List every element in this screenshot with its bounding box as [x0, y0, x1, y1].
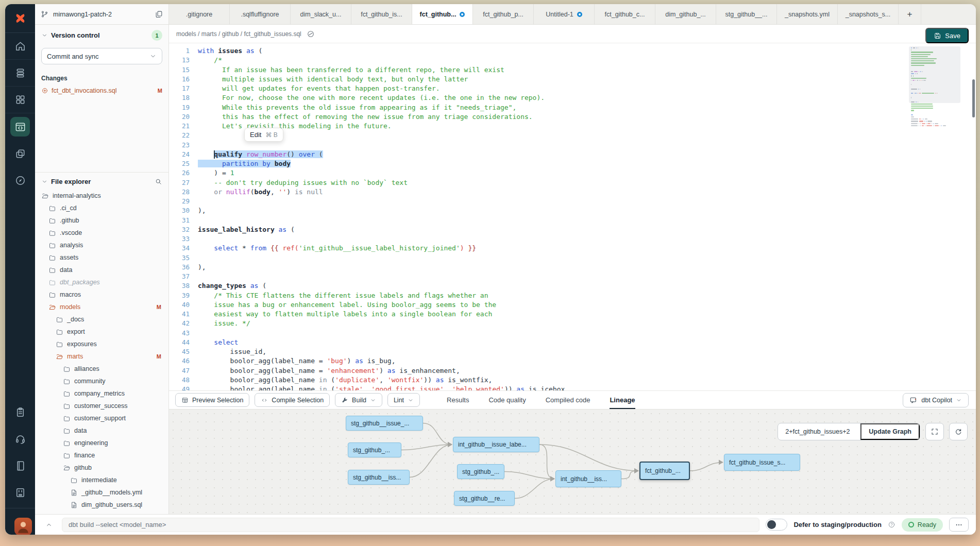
nav-stack[interactable]	[5, 60, 35, 87]
update-graph-button[interactable]: Update Graph	[860, 423, 920, 440]
collapse-command-bar-button[interactable]	[42, 518, 56, 532]
more-options-button[interactable]	[949, 518, 969, 532]
panel-tab-results[interactable]: Results	[447, 391, 469, 409]
lineage-node-n1[interactable]: stg_github__issue_...	[346, 416, 423, 431]
lint-button[interactable]: Lint	[387, 393, 420, 407]
tree-item-export[interactable]: export	[41, 326, 162, 338]
editor-scrollbar[interactable]	[972, 79, 975, 117]
tree-item-_github__models.yml[interactable]: _github__models.yml	[41, 486, 162, 499]
tree-item-marts[interactable]: martsM	[41, 350, 162, 363]
nav-code-window[interactable]	[5, 113, 35, 140]
search-icon[interactable]	[155, 178, 162, 185]
lineage-panel[interactable]: stg_github__issue_...stg_github_...stg_g…	[169, 410, 976, 514]
tree-item-analysis[interactable]: analysis	[41, 239, 162, 251]
nav-home[interactable]	[5, 33, 35, 60]
tree-item-.ci_cd[interactable]: .ci_cd	[41, 202, 162, 214]
folder-icon	[48, 266, 56, 274]
editor-tab[interactable]: stg_github__...	[716, 4, 777, 24]
editor-tab[interactable]: fct_github_p...	[473, 4, 534, 24]
chevron-down-icon[interactable]	[41, 32, 48, 39]
tree-item-.vscode[interactable]: .vscode	[41, 227, 162, 239]
tree-item-exposures[interactable]: exposures	[41, 338, 162, 350]
lineage-node-n6[interactable]: stg_github__re...	[454, 491, 515, 506]
panel-tab-compiled-code[interactable]: Compiled code	[546, 391, 590, 409]
edit-tooltip[interactable]: Edit ⌘ B	[244, 128, 283, 142]
dbt-command-input[interactable]: dbt build --select <model_name>	[62, 518, 759, 532]
tree-item-github[interactable]: github	[41, 462, 162, 474]
lineage-node-n4[interactable]: int_github__issue_labe...	[453, 437, 539, 452]
tree-item-community[interactable]: community	[41, 375, 162, 387]
preview-selection-button[interactable]: Preview Selection	[175, 393, 249, 407]
help-icon[interactable]	[888, 521, 895, 528]
nav-grid[interactable]	[5, 87, 35, 113]
code-editor[interactable]: 1with issues as (13 /*15 If an issue has…	[169, 43, 976, 390]
lineage-node-n7[interactable]: int_github__iss...	[555, 470, 621, 487]
tree-item-models[interactable]: modelsM	[41, 301, 162, 313]
editor-tab[interactable]: dim_github_...	[655, 4, 716, 24]
tree-item-.github[interactable]: .github	[41, 214, 162, 227]
lineage-selector-input[interactable]: 2+fct_github_issues+2	[778, 423, 860, 440]
tree-item-alliances[interactable]: alliances	[41, 363, 162, 375]
editor-tab[interactable]: _snapshots.yml	[777, 4, 838, 24]
tree-item-customer_success[interactable]: customer_success	[41, 400, 162, 412]
file-explorer-section: File explorer internal-analytics.ci_cd.g…	[35, 172, 168, 514]
tree-item-macros[interactable]: macros	[41, 288, 162, 301]
minimap[interactable]	[911, 47, 958, 127]
folder-open-icon	[41, 192, 49, 200]
nav-compass[interactable]	[5, 167, 35, 194]
defer-toggle[interactable]	[766, 519, 787, 531]
nav-avatar[interactable]	[5, 508, 35, 535]
tree-item-customer_support[interactable]: customer_support	[41, 412, 162, 424]
editor-tab[interactable]: fct_github_is...	[351, 4, 412, 24]
file-state-icon[interactable]	[307, 30, 315, 38]
editor-tab[interactable]: _snapshots_s...	[838, 4, 899, 24]
lineage-node-n3[interactable]: stg_github__iss...	[348, 470, 410, 485]
editor-tab[interactable]: .sqlfluffignore	[230, 4, 291, 24]
tree-item-_docs[interactable]: _docs	[41, 313, 162, 326]
tree-item-engineering[interactable]: engineering	[41, 437, 162, 449]
copy-icon[interactable]	[155, 10, 163, 19]
panel-tab-lineage[interactable]: Lineage	[610, 391, 635, 409]
nav-headset[interactable]	[5, 425, 35, 452]
line-number: 39	[169, 291, 198, 300]
compile-selection-button[interactable]: Compile Selection	[255, 393, 330, 407]
nav-dbt-logo[interactable]	[5, 4, 35, 33]
fullscreen-button[interactable]	[925, 423, 944, 440]
lineage-node-n5[interactable]: stg_github_...	[457, 464, 504, 479]
editor-tab[interactable]: dim_slack_u...	[291, 4, 351, 24]
refresh-button[interactable]	[949, 423, 968, 440]
tree-item-dim_github_users.sql[interactable]: dim_github_users.sql	[41, 499, 162, 511]
dbt-copilot-button[interactable]: dbt Copilot	[903, 393, 969, 407]
build-button[interactable]: Build	[335, 393, 382, 407]
save-button[interactable]: Save	[925, 28, 969, 43]
tree-item-internal-analytics[interactable]: internal-analytics	[41, 190, 162, 202]
tree-item-finance[interactable]: finance	[41, 449, 162, 462]
nav-book[interactable]	[5, 452, 35, 479]
tree-item-assets[interactable]: assets	[41, 251, 162, 264]
lineage-node-n9[interactable]: fct_github_issue_s...	[724, 454, 800, 471]
code-line: 33	[169, 234, 976, 244]
chevron-down-icon[interactable]	[41, 178, 48, 185]
code-line: 23	[169, 141, 976, 150]
editor-tab[interactable]: .gitignore	[169, 4, 230, 24]
code-line: 26 ) = 1	[169, 168, 976, 178]
lineage-node-n2[interactable]: stg_github_...	[348, 442, 401, 457]
panel-tab-code-quality[interactable]: Code quality	[488, 391, 526, 409]
editor-tab[interactable]: Untitled-1	[534, 4, 595, 24]
new-tab-button[interactable]: +	[899, 4, 921, 24]
changed-file[interactable]: fct_dbt_invocations.sqlM	[41, 87, 162, 94]
tree-item-data[interactable]: data	[41, 424, 162, 437]
tree-item-dbt_packages[interactable]: dbt_packages	[41, 276, 162, 288]
commit-and-sync-select[interactable]: Commit and sync	[41, 48, 162, 64]
nav-clipboard[interactable]	[5, 399, 35, 425]
tree-item-company_metrics[interactable]: company_metrics	[41, 387, 162, 400]
tree-item-data[interactable]: data	[41, 264, 162, 276]
editor-tab[interactable]: fct_github...	[412, 4, 473, 24]
nav-overlap-windows[interactable]	[5, 140, 35, 167]
tree-item-intermediate[interactable]: intermediate	[41, 474, 162, 486]
minimap-slider[interactable]	[909, 46, 960, 103]
lineage-node-n8[interactable]: fct_github_...	[639, 462, 690, 480]
command-bar: dbt build --select <model_name> Defer to…	[35, 514, 976, 535]
editor-tab[interactable]: fct_github_c...	[595, 4, 655, 24]
nav-keypad[interactable]	[5, 479, 35, 506]
